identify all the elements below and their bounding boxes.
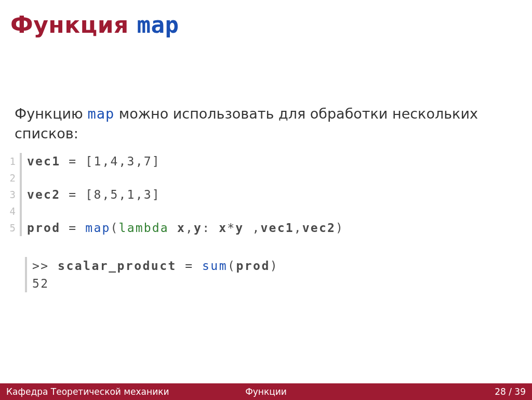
slide-title: Функция map <box>10 11 179 38</box>
code-text: = [1,4,3,7] <box>60 154 161 168</box>
code-text: : <box>202 221 219 235</box>
code-text: , <box>185 221 194 235</box>
code-text: = [8,5,1,3] <box>60 188 161 201</box>
identifier: y <box>235 221 244 235</box>
slide: Функция map Функцию map можно использова… <box>0 0 532 400</box>
identifier: prod <box>236 259 270 273</box>
code-text: = <box>60 221 85 235</box>
code-line-3: 3 vec2 = [8,5,1,3] <box>7 186 522 203</box>
code-text: * <box>227 221 235 235</box>
code-text <box>169 221 177 235</box>
output-block: >> scalar_product = sum(prod) 52 <box>25 257 278 292</box>
footer-mid: Функции <box>0 386 532 397</box>
footer-bar: Кафедра Теоретической механики Функции 2… <box>0 383 532 400</box>
code-block: 1 vec1 = [1,4,3,7] 2 3 vec2 = [8,5,1,3] … <box>7 153 522 236</box>
output-line-2: 52 <box>32 275 278 292</box>
code-content <box>27 203 522 220</box>
code-text: , <box>294 221 302 235</box>
identifier: vec2 <box>27 188 60 201</box>
identifier: prod <box>27 221 60 235</box>
prompt: >> <box>32 259 58 273</box>
line-number: 2 <box>7 170 18 186</box>
code-line-5: 5 prod = map(lambda x,y: x*y ,vec1,vec2) <box>7 220 522 236</box>
fn-map: map <box>85 221 110 235</box>
intro-paragraph: Функцию map можно использовать для обраб… <box>15 104 513 144</box>
code-content <box>27 170 522 186</box>
identifier: x <box>177 221 185 235</box>
line-number: 3 <box>7 186 18 203</box>
title-mono: map <box>137 11 179 38</box>
gutter <box>20 220 22 236</box>
code-content: vec2 = [8,5,1,3] <box>27 186 522 203</box>
kw-lambda: lambda <box>119 221 169 235</box>
code-line-4: 4 <box>7 203 522 220</box>
intro-mono: map <box>87 106 114 122</box>
gutter <box>20 186 22 203</box>
title-text: Функция <box>10 11 129 38</box>
identifier: scalar_product <box>58 259 177 273</box>
identifier: y <box>194 221 202 235</box>
code-text: ) <box>336 221 344 235</box>
identifier: vec2 <box>302 221 336 235</box>
gutter <box>20 153 22 170</box>
fn-sum: sum <box>202 259 228 273</box>
gutter <box>20 203 22 220</box>
output-line-1: >> scalar_product = sum(prod) <box>32 257 278 275</box>
code-line-1: 1 vec1 = [1,4,3,7] <box>7 153 522 170</box>
code-content: vec1 = [1,4,3,7] <box>27 153 522 170</box>
code-text: ( <box>228 259 236 273</box>
code-text: ) <box>270 259 278 273</box>
code-line-2: 2 <box>7 170 522 186</box>
code-text: ( <box>111 221 119 235</box>
intro-before: Функцию <box>15 106 87 122</box>
code-text: , <box>244 221 260 235</box>
line-number: 5 <box>7 220 18 236</box>
gutter <box>20 170 22 186</box>
line-number: 1 <box>7 153 18 170</box>
identifier: x <box>219 221 227 235</box>
line-number: 4 <box>7 203 18 220</box>
footer-right: 28 / 39 <box>495 386 526 397</box>
identifier: vec1 <box>27 154 60 168</box>
identifier: vec1 <box>261 221 294 235</box>
code-content: prod = map(lambda x,y: x*y ,vec1,vec2) <box>27 220 522 236</box>
code-text: = <box>177 259 202 273</box>
